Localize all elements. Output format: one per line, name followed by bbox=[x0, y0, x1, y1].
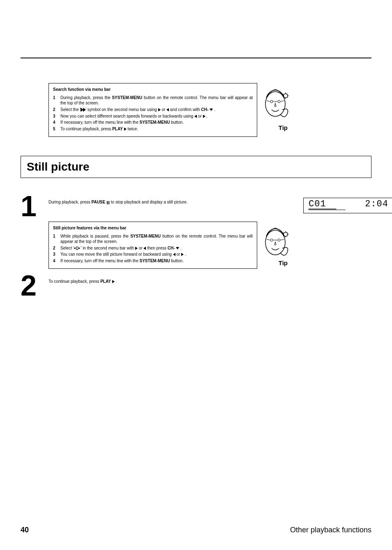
svg-point-6 bbox=[278, 239, 280, 241]
step-text: During playback, press PAUSE to stop pla… bbox=[48, 198, 257, 215]
section-heading: Still picture bbox=[27, 160, 365, 173]
section-heading-box: Still picture bbox=[21, 156, 371, 178]
tip-list: 1While playback is paused, press the SYS… bbox=[53, 233, 253, 264]
footer-section-title: Other playback functions bbox=[290, 526, 371, 534]
tip-list: 1During playback, press the SYSTEM-MENU … bbox=[53, 95, 253, 132]
tip-title: Search function via menu bar bbox=[53, 87, 253, 92]
lcd-display: C01 2:04 bbox=[303, 198, 392, 213]
step-text: To continue playback, press PLAY . bbox=[48, 277, 257, 294]
tip-item: Select the '' symbol on the second menu … bbox=[60, 107, 253, 113]
tip-item: While playback is paused, press the SYST… bbox=[60, 233, 253, 245]
step-2-row: 2 To continue playback, press PLAY . bbox=[21, 277, 371, 294]
lcd-progress-bar bbox=[309, 208, 346, 210]
svg-point-1 bbox=[270, 100, 273, 103]
tip-item: To continue playback, press PLAY twice. bbox=[60, 126, 253, 132]
tip-item: Now you can select different search spee… bbox=[60, 113, 253, 119]
tip-item: If necessary, turn off the menu line wit… bbox=[60, 258, 253, 264]
tip-item: During playback, press the SYSTEM-MENU b… bbox=[60, 95, 253, 106]
svg-point-5 bbox=[270, 239, 273, 241]
svg-point-2 bbox=[278, 100, 280, 103]
step-1-row: 1 During playback, press PAUSE to stop p… bbox=[21, 198, 371, 215]
tip-title: Still picture features via the menu bar bbox=[53, 225, 253, 231]
page-footer: 40 Other playback functions bbox=[21, 526, 371, 534]
tip-item: You can now move the still picture forwa… bbox=[60, 252, 253, 257]
step-number: 1 bbox=[21, 198, 48, 215]
tip-face-icon bbox=[261, 84, 290, 121]
lcd-right: 2:04 bbox=[365, 200, 388, 209]
tip-label: Tip bbox=[279, 259, 288, 267]
tip-face-icon bbox=[261, 223, 290, 260]
step-number: 2 bbox=[21, 277, 48, 294]
tip-label: Tip bbox=[279, 124, 288, 132]
page-number: 40 bbox=[21, 526, 29, 534]
tip-item: Select '◂▸' in the second menu bar with … bbox=[60, 245, 253, 251]
lcd-left: C01 bbox=[309, 200, 326, 209]
tip-box-still: Still picture features via the menu bar … bbox=[48, 222, 257, 269]
tip-box-search: Search function via menu bar 1During pla… bbox=[48, 83, 257, 137]
tip-item: If necessary, turn off the menu line wit… bbox=[60, 120, 253, 125]
